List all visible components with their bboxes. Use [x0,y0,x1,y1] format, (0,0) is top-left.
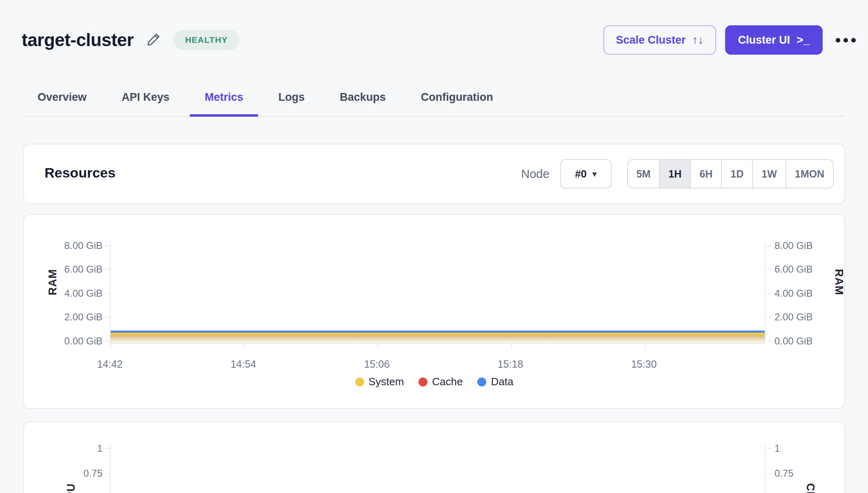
range-5m[interactable]: 5M [628,160,659,188]
ram-ytick: 4.00 GiB [49,289,102,298]
legend-item-data: Data [477,375,513,388]
ram-ytick: 6.00 GiB [49,264,102,274]
edit-cluster-name-button[interactable] [145,31,163,49]
cpu-ytick: 0.75 [775,469,828,478]
resources-title: Resources [45,165,116,181]
ellipsis-icon [836,38,840,42]
ram-ytick: 0.00 GiB [49,336,102,346]
legend-item-cache: Cache [418,375,463,388]
tab-metrics[interactable]: Metrics [190,80,258,117]
cluster-metrics-page: target-cluster HEALTHY Scale Cluster ↑↓ … [0,0,868,493]
ram-legend: System Cache Data [24,375,844,388]
ram-ytick: 8.00 GiB [49,241,102,251]
system-legend-dot [355,378,364,386]
cpu-chart-card: CPU CPU 1 0.75 1 0.75 [23,421,845,493]
terminal-icon: >_ [797,33,810,47]
tab-logs[interactable]: Logs [264,80,320,117]
ram-xtick: 15:30 [631,358,657,370]
ram-xtick: 14:54 [231,358,256,370]
ram-ytick: 6.00 GiB [775,264,828,274]
cluster-ui-button[interactable]: Cluster UI >_ [725,25,823,55]
range-1mon[interactable]: 1MON [786,160,833,188]
cpu-ytick: 1 [49,444,102,453]
cpu-axis-label-right: CPU [804,483,817,493]
range-1d[interactable]: 1D [721,160,752,188]
ram-axis-label-right: RAM [832,269,845,295]
page-title: target-cluster [22,30,134,50]
ram-series-band [111,331,765,344]
cpu-ytick: 0.75 [49,469,102,478]
ram-ytick: 2.00 GiB [49,312,102,322]
cpu-ytick: 1 [775,444,828,453]
range-1w[interactable]: 1W [752,160,786,188]
more-options-button[interactable] [832,38,860,42]
ram-ytick: 0.00 GiB [775,336,828,346]
up-down-arrows-icon: ↑↓ [692,33,704,47]
cpu-plot-area [110,444,766,493]
ram-plot-area [110,243,766,344]
ram-ytick: 2.00 GiB [775,312,828,322]
range-6h[interactable]: 6H [690,160,721,188]
cache-legend-dot [418,378,427,386]
ram-xtick: 15:18 [498,358,523,370]
pencil-icon [147,32,161,48]
legend-item-system: System [355,375,404,388]
page-header: target-cluster HEALTHY Scale Cluster ↑↓ … [22,24,860,56]
ram-xtick: 15:06 [364,358,390,370]
time-range-selector: 5M 1H 6H 1D 1W 1MON [627,159,834,189]
range-1h[interactable]: 1H [659,160,690,188]
chevron-down-icon: ▾ [592,169,596,179]
data-legend-dot [477,378,486,386]
tab-backups[interactable]: Backups [325,80,401,117]
header-actions: Scale Cluster ↑↓ Cluster UI >_ [603,25,860,55]
tab-api-keys[interactable]: API Keys [107,80,184,117]
ram-xtick: 14:42 [97,358,123,370]
cpu-axis-label-left: CPU [65,483,78,493]
ram-ytick: 4.00 GiB [775,289,828,298]
resources-card: Resources Node #0 ▾ 5M 1H 6H 1D 1W 1MON [23,144,845,204]
system-area-fill [111,335,765,344]
tab-overview[interactable]: Overview [23,80,101,117]
node-label: Node [521,167,549,181]
tab-configuration[interactable]: Configuration [406,80,508,117]
cluster-tabs: Overview API Keys Metrics Logs Backups C… [23,80,845,117]
ram-ytick: 8.00 GiB [775,241,828,251]
ram-chart-card: RAM RAM 8.00 GiB 6.00 GiB 4.00 GiB 2.00 … [23,214,845,409]
status-badge: HEALTHY [174,30,239,50]
scale-cluster-button[interactable]: Scale Cluster ↑↓ [603,25,716,55]
node-select[interactable]: #0 ▾ [560,159,612,189]
